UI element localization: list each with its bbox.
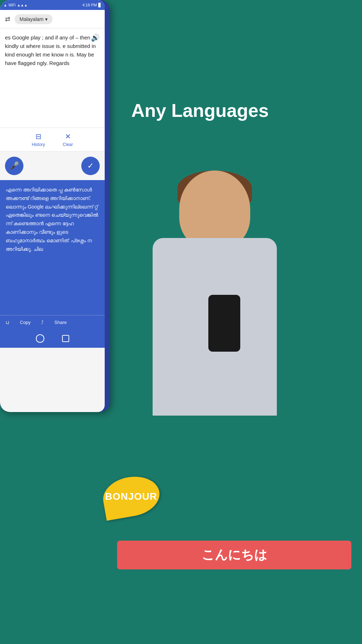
mic-icon: 🎤	[10, 161, 19, 171]
history-label: History	[32, 142, 45, 147]
clear-icon: ✕	[65, 132, 71, 141]
check-button[interactable]: ✓	[81, 157, 100, 175]
signal-icon: ▲	[4, 3, 7, 7]
input-text: es Google play ; and if any of – then ki…	[5, 33, 100, 67]
swap-icon[interactable]: ⇄	[5, 15, 10, 23]
language-bar: ⇄ Malayalam ▾	[0, 10, 105, 28]
network-icon: ▲▲▲	[17, 3, 28, 7]
translated-text: എന്നെ അറിയിക്കാതെ പ്പ കൺസോൾ അക്കൗണ്ട് റി…	[6, 186, 99, 253]
language-name: Malayalam	[20, 16, 44, 22]
person-photo	[67, 171, 362, 644]
phone-mockup: ▲ WiFi ▲▲▲ 4:18 PM ▊ ⇄ Malayalam ▾ es Go…	[0, 0, 110, 412]
language-selector[interactable]: Malayalam ▾	[15, 14, 53, 24]
navigation-bar	[0, 329, 105, 348]
bonjour-bubble: BONJOUR	[103, 477, 160, 516]
translation-input-area[interactable]: es Google play ; and if any of – then ki…	[0, 28, 105, 128]
nav-circle-button[interactable]	[36, 334, 44, 343]
phone-screen: ▲ WiFi ▲▲▲ 4:18 PM ▊ ⇄ Malayalam ▾ es Go…	[0, 0, 105, 412]
copy-share-bar: ⊔ Copy ⤴ Share	[0, 315, 105, 329]
status-bar: ▲ WiFi ▲▲▲ 4:18 PM ▊	[0, 0, 105, 10]
battery-icon: ▊	[98, 3, 101, 7]
nav-square-button[interactable]	[62, 335, 69, 342]
history-button[interactable]: ⊟ History	[32, 132, 45, 147]
status-bar-left: ▲ WiFi ▲▲▲	[4, 3, 81, 7]
translation-result-box: എന്നെ അറിയിക്കാതെ പ്പ കൺസോൾ അക്കൗണ്ട് റി…	[0, 180, 105, 315]
japanese-text: こんにちは	[202, 547, 267, 562]
held-phone	[208, 295, 240, 352]
person-head	[179, 171, 250, 249]
clear-button[interactable]: ✕ Clear	[63, 132, 73, 147]
bubble-text: BONJOUR	[105, 491, 157, 502]
history-icon: ⊟	[35, 132, 42, 141]
action-bar: ⊟ History ✕ Clear	[0, 128, 105, 152]
check-icon: ✓	[87, 161, 94, 171]
copy-label[interactable]: Copy	[20, 320, 31, 325]
wifi-icon: WiFi	[9, 3, 16, 7]
copy-icon: ⊔	[6, 320, 9, 325]
mic-button[interactable]: 🎤	[5, 157, 23, 175]
share-icon: ⤴	[41, 320, 44, 325]
mic-row: 🎤 ✓	[0, 152, 105, 180]
any-languages-headline: Any Languages	[131, 99, 355, 121]
clear-label: Clear	[63, 142, 73, 147]
japanese-greeting-banner: こんにちは	[117, 541, 351, 569]
dropdown-icon: ▾	[45, 16, 48, 22]
sound-icon[interactable]: 🔊	[91, 33, 100, 42]
share-label[interactable]: Share	[54, 320, 67, 325]
status-time: 4:18 PM	[82, 3, 97, 7]
bubble-shape: BONJOUR	[100, 472, 163, 521]
